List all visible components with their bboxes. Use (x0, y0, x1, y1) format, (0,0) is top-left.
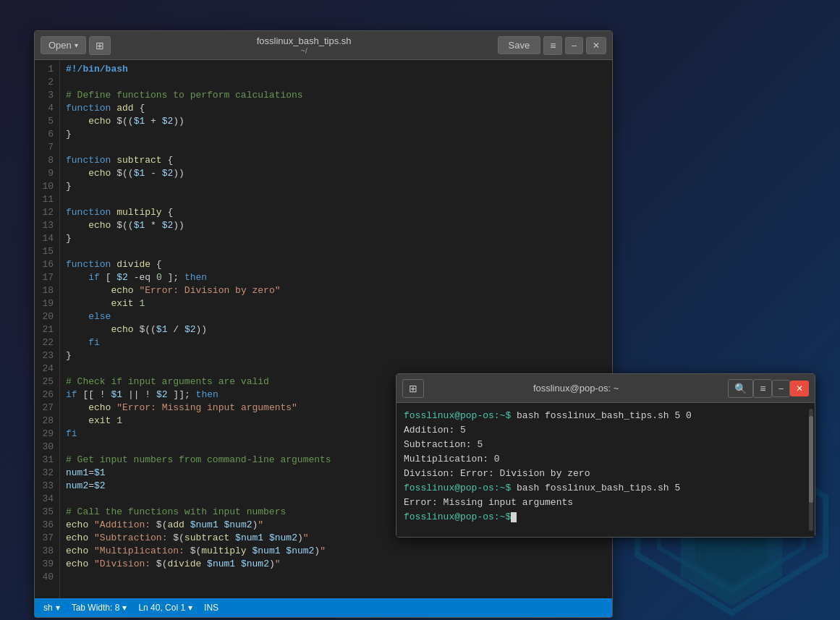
terminal-line-3: fosslinux@pop-os:~$ (404, 510, 807, 525)
open-button[interactable]: Open ▾ (41, 36, 86, 54)
minimize-button[interactable]: – (565, 37, 583, 54)
terminal-output-subtraction: Subtraction: 5 (404, 438, 807, 452)
terminal-error-text: Error: Missing input arguments (404, 497, 573, 508)
line-num: 23 (41, 349, 54, 362)
line-num: 8 (41, 154, 54, 167)
terminal-line-1: fosslinux@pop-os:~$ bash fosslinux_bash_… (404, 409, 807, 423)
terminal-output-addition: Addition: 5 (404, 423, 807, 438)
open-label: Open (48, 40, 72, 51)
line-numbers: 1 2 3 4 5 6 7 8 9 10 11 12 13 14 15 16 1… (35, 60, 60, 617)
line-num: 24 (41, 362, 54, 375)
editor-filename: fosslinux_bash_tips.sh (257, 35, 352, 46)
terminal-scrollbar-thumb (809, 416, 813, 503)
line-num: 4 (41, 102, 54, 115)
line-num: 6 (41, 128, 54, 141)
terminal-add-button[interactable]: ⊞ (402, 379, 424, 398)
editor-filepath: ~/ (111, 46, 498, 55)
statusbar-tab-width[interactable]: Tab Width: 8 ▾ (72, 603, 127, 613)
terminal-close-button[interactable]: ✕ (790, 381, 809, 396)
line-num: 39 (41, 558, 54, 571)
terminal-minimize-button[interactable]: – (772, 380, 790, 397)
line-num: 19 (41, 297, 54, 310)
line-num: 12 (41, 206, 54, 219)
line-num: 14 (41, 232, 54, 245)
line-num: 36 (41, 519, 54, 532)
terminal-prompt-3: fosslinux@pop-os:~$ (404, 511, 511, 522)
editor-title-area: fosslinux_bash_tips.sh ~/ (111, 35, 498, 55)
statusbar-lang-label: sh (43, 603, 53, 613)
editor-titlebar: Open ▾ ⊞ fosslinux_bash_tips.sh ~/ Save … (35, 31, 612, 60)
statusbar-position-label: Ln 40, Col 1 (138, 603, 185, 613)
terminal-output-text-4: Division: Error: Division by zero (404, 468, 590, 479)
line-num: 20 (41, 310, 54, 323)
line-num: 25 (41, 375, 54, 388)
statusbar-tab-width-label: Tab Width: 8 (72, 603, 120, 613)
terminal-output-text-2: Subtraction: 5 (404, 439, 483, 450)
terminal-cmd-2: bash fosslinux_bash_tips.sh 5 (511, 483, 680, 493)
line-num: 3 (41, 89, 54, 102)
terminal-search-button[interactable]: 🔍 (728, 379, 753, 398)
statusbar-mode: INS (204, 603, 219, 613)
statusbar-tab-arrow: ▾ (122, 603, 127, 613)
line-num: 9 (41, 167, 54, 180)
line-num: 33 (41, 480, 54, 493)
terminal-body[interactable]: fosslinux@pop-os:~$ bash fosslinux_bash_… (396, 403, 815, 537)
terminal-cmd-1: bash fosslinux_bash_tips.sh 5 0 (511, 410, 692, 421)
terminal-output-text-3: Multiplication: 0 (404, 454, 500, 464)
line-num: 21 (41, 323, 54, 336)
terminal-output-text-1: Addition: 5 (404, 425, 466, 436)
line-num: 5 (41, 115, 54, 128)
line-num: 22 (41, 336, 54, 349)
editor-statusbar: sh ▾ Tab Width: 8 ▾ Ln 40, Col 1 ▾ INS (35, 598, 612, 617)
statusbar-position-arrow: ▾ (188, 603, 192, 613)
terminal-menu-button[interactable]: ≡ (753, 379, 772, 398)
line-num: 29 (41, 428, 54, 441)
line-num: 16 (41, 258, 54, 271)
line-num: 18 (41, 284, 54, 297)
line-num: 38 (41, 545, 54, 558)
terminal-scrollbar[interactable] (809, 409, 813, 531)
statusbar-lang[interactable]: sh ▾ (43, 603, 60, 613)
terminal-error-line: Error: Missing input arguments (404, 496, 807, 510)
line-num: 7 (41, 141, 54, 154)
open-arrow-icon: ▾ (75, 41, 78, 49)
terminal-prompt-2: fosslinux@pop-os:~$ (404, 483, 511, 493)
line-num: 28 (41, 415, 54, 428)
terminal-cursor (511, 512, 517, 522)
line-num: 37 (41, 532, 54, 545)
editor-titlebar-right: Save ≡ – ✕ (498, 36, 607, 55)
line-num: 27 (41, 402, 54, 415)
line-num: 26 (41, 388, 54, 402)
line-num: 1 (41, 63, 54, 76)
terminal-output-division: Division: Error: Division by zero (404, 467, 807, 481)
line-num: 10 (41, 180, 54, 193)
line-num: 34 (41, 493, 54, 506)
line-num: 35 (41, 506, 54, 519)
terminal-title-text: fosslinux@pop-os: ~ (424, 383, 728, 394)
editor-icon-button[interactable]: ⊞ (89, 36, 111, 55)
line-num: 2 (41, 76, 54, 89)
terminal-window: ⊞ fosslinux@pop-os: ~ 🔍 ≡ – ✕ fosslinux@… (396, 373, 815, 538)
terminal-output-multiplication: Multiplication: 0 (404, 452, 807, 467)
line-num: 40 (41, 571, 54, 584)
line-num: 17 (41, 271, 54, 284)
close-editor-button[interactable]: ✕ (586, 37, 606, 54)
terminal-prompt-1: fosslinux@pop-os:~$ (404, 410, 511, 421)
statusbar-mode-label: INS (204, 603, 219, 613)
terminal-line-2: fosslinux@pop-os:~$ bash fosslinux_bash_… (404, 481, 807, 496)
line-num: 30 (41, 441, 54, 454)
editor-titlebar-left: Open ▾ ⊞ (41, 36, 111, 55)
line-num: 11 (41, 193, 54, 206)
save-button[interactable]: Save (498, 36, 541, 54)
menu-button[interactable]: ≡ (543, 36, 562, 55)
statusbar-position[interactable]: Ln 40, Col 1 ▾ (138, 603, 192, 613)
terminal-titlebar: ⊞ fosslinux@pop-os: ~ 🔍 ≡ – ✕ (396, 374, 815, 403)
line-num: 32 (41, 467, 54, 480)
line-num: 31 (41, 454, 54, 467)
line-num: 13 (41, 219, 54, 232)
line-num: 15 (41, 245, 54, 258)
statusbar-lang-arrow: ▾ (56, 603, 60, 613)
